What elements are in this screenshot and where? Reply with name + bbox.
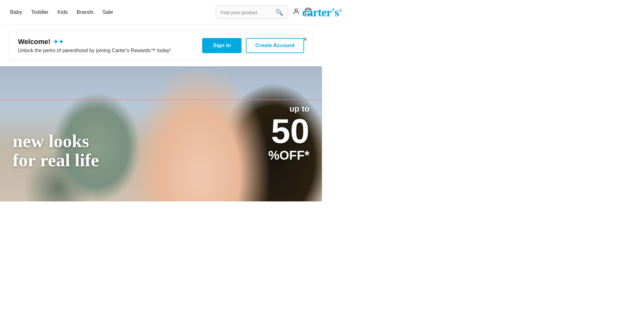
- signin-button[interactable]: Sign In: [202, 38, 242, 53]
- hero-sale-number: 50: [268, 114, 309, 148]
- header-actions: 🔍: [216, 6, 312, 19]
- welcome-message: Unlock the perks of parenthood by joinin…: [18, 48, 171, 53]
- nav-baby[interactable]: Baby: [10, 9, 22, 15]
- site-logo[interactable]: carter's®: [302, 5, 322, 19]
- hero-headline-line2: for real life: [13, 150, 99, 170]
- sparkle-icon: ✦✦: [53, 38, 64, 46]
- nav-kids[interactable]: Kids: [58, 9, 68, 15]
- hero-sale-suffix: %OFF*: [268, 148, 309, 162]
- welcome-actions: Sign In Create Account: [202, 38, 304, 53]
- hero-sale: up to 50 %OFF*: [268, 104, 309, 162]
- nav-toddler[interactable]: Toddler: [31, 9, 49, 15]
- close-banner-button[interactable]: ×: [303, 35, 307, 43]
- svg-point-0: [295, 9, 297, 11]
- main-nav: Baby Toddler Kids Brands Sale: [10, 9, 113, 15]
- hero-headline: new looks for real life: [13, 132, 99, 170]
- welcome-content: Welcome! ✦✦ Unlock the perks of parentho…: [18, 38, 171, 53]
- hero-text: new looks for real life: [13, 132, 99, 170]
- hero-accent-line: [0, 99, 322, 100]
- welcome-title: Welcome! ✦✦: [18, 38, 171, 46]
- search-input[interactable]: [220, 10, 274, 15]
- welcome-banner: Welcome! ✦✦ Unlock the perks of parentho…: [9, 30, 313, 61]
- header: Baby Toddler Kids Brands Sale carter's® …: [0, 0, 322, 25]
- search-bar[interactable]: 🔍: [216, 6, 288, 19]
- nav-sale[interactable]: Sale: [102, 9, 113, 15]
- create-account-button[interactable]: Create Account: [246, 38, 304, 53]
- hero-banner: new looks for real life up to 50 %OFF*: [0, 66, 322, 201]
- search-icon[interactable]: 🔍: [275, 8, 283, 16]
- nav-brands[interactable]: Brands: [77, 9, 94, 15]
- account-icon[interactable]: [292, 8, 300, 17]
- hero-headline-line1: new looks: [13, 131, 89, 151]
